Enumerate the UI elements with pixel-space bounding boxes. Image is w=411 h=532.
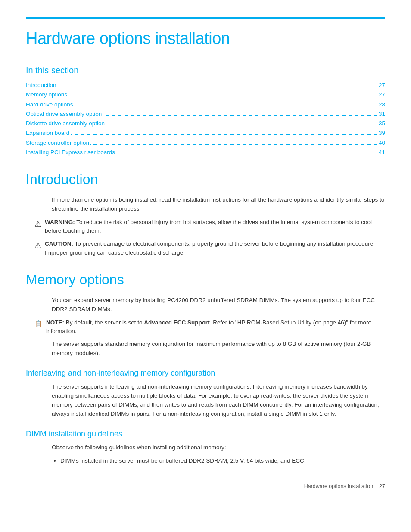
caution-box: ⚠ CAUTION: To prevent damage to electric… [34,240,385,257]
caution-body: To prevent damage to electrical componen… [45,240,375,255]
toc-dots [71,134,377,135]
toc-item-label: Hard drive options [26,100,73,109]
toc-heading: In this section [26,64,385,77]
toc-page: 31 [379,110,385,118]
dimm-heading: DIMM installation guidelines [26,428,385,440]
dimm-bullet-list: DIMMs installed in the server must be un… [60,457,385,465]
toc-page: 27 [379,81,385,90]
caution-text: CAUTION: To prevent damage to electrical… [45,240,385,257]
toc-item: Hard drive options28 [26,100,385,109]
memory-body1: You can expand server memory by installi… [52,296,385,314]
warning-label: WARNING: [45,219,75,225]
toc-item-label: Optical drive assembly option [26,110,102,118]
footer-page [375,483,378,489]
toc-item: Storage controller option40 [26,139,385,147]
toc-item-label: Storage controller option [26,139,89,147]
memory-options-section: Memory options You can expand server mem… [26,269,385,465]
footer-text: Hardware options installation [304,483,374,489]
note-box: 📋 NOTE: By default, the server is set to… [34,318,385,336]
interleaving-heading: Interleaving and non-interleaving memory… [26,367,385,379]
warning-box: ⚠ WARNING: To reduce the risk of persona… [34,218,385,236]
toc-item: Optical drive assembly option31 [26,110,385,118]
toc-section: In this section Introduction27Memory opt… [26,64,385,157]
note-text: NOTE: By default, the server is set to A… [46,318,385,336]
page-footer: Hardware options installation 27 [26,482,385,491]
note-label: NOTE: [46,319,64,326]
toc-page: 41 [379,148,385,157]
toc-page: 28 [379,100,385,109]
warning-text: WARNING: To reduce the risk of personal … [45,218,385,236]
toc-item: Memory options27 [26,90,385,99]
toc-page: 39 [379,129,385,137]
interleaving-body: The server supports interleaving and non… [52,383,385,419]
warning-icon: ⚠ [34,218,41,230]
note-icon: 📋 [34,319,43,329]
introduction-heading: Introduction [26,169,385,190]
toc-dots [106,125,377,125]
caution-label: CAUTION: [45,240,73,247]
toc-item: Installing PCI Express riser boards41 [26,148,385,157]
toc-list: Introduction27Memory options27Hard drive… [26,81,385,157]
caution-icon: ⚠ [34,240,41,252]
toc-item-label: Diskette drive assembly option [26,119,105,128]
toc-item-label: Installing PCI Express riser boards [26,148,115,157]
note-text-part1: By default, the server is set to [66,319,144,326]
toc-dots [90,144,377,145]
toc-page: 27 [379,90,385,99]
toc-dots [116,154,377,154]
toc-dots [68,96,377,96]
toc-item: Expansion board39 [26,129,385,137]
page-title: Hardware options installation [26,26,385,51]
note-bold: Advanced ECC Support [144,319,209,326]
toc-page: 35 [379,119,385,128]
memory-options-heading: Memory options [26,269,385,290]
header-rule [26,17,385,19]
toc-page: 40 [379,139,385,147]
toc-item-label: Expansion board [26,129,69,137]
toc-dots [58,87,377,87]
bullet-item: DIMMs installed in the server must be un… [60,457,385,465]
introduction-body: If more than one option is being install… [52,196,385,214]
toc-item-label: Memory options [26,90,67,99]
introduction-section: Introduction If more than one option is … [26,169,385,257]
dimm-body: Observe the following guidelines when in… [52,443,385,452]
toc-item-label: Introduction [26,81,56,90]
toc-dots [75,106,377,106]
toc-item: Introduction27 [26,81,385,90]
toc-dots [103,115,377,116]
toc-item: Diskette drive assembly option35 [26,119,385,128]
footer-page-number: 27 [379,483,385,489]
memory-body2: The server supports standard memory conf… [52,340,385,358]
warning-body: To reduce the risk of personal injury fr… [45,219,372,234]
